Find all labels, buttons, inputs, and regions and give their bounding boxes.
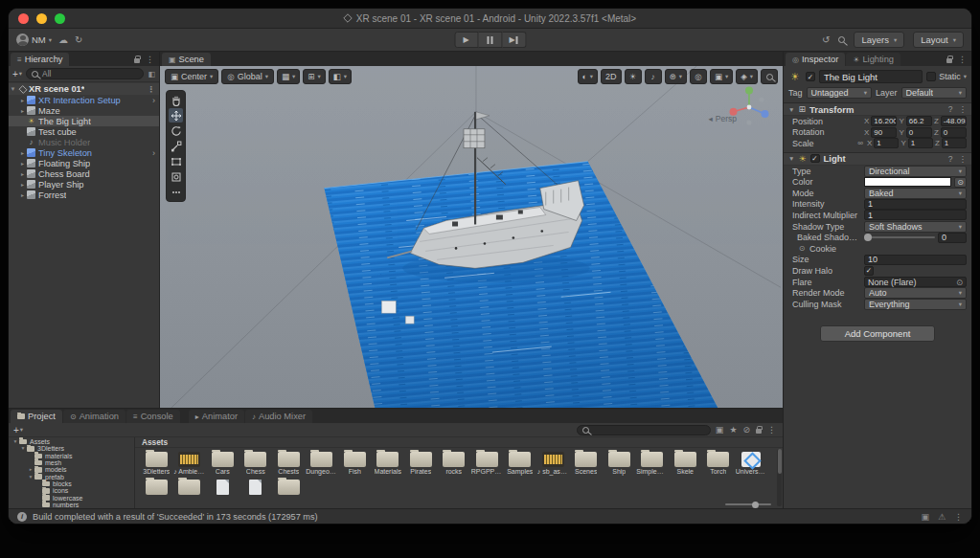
asset-item[interactable]: 3Dletters [140, 449, 173, 476]
close-window-button[interactable] [18, 13, 29, 24]
expand-arrow-icon[interactable]: ▸ [18, 191, 27, 198]
intensity-field[interactable]: 1 [864, 199, 967, 210]
asset-item[interactable]: ♪ sb_ashfl... [536, 449, 570, 476]
add-component-button[interactable]: Add Component [820, 325, 935, 342]
lock-icon[interactable] [756, 429, 762, 434]
account-dropdown[interactable]: NM ▾ [16, 33, 52, 46]
layout-dropdown[interactable]: Layout ▾ [913, 32, 964, 48]
tag-dropdown[interactable]: Untagged▾ [807, 87, 872, 99]
asset-item[interactable]: RPGPP_LT [470, 449, 504, 476]
expand-arrow-icon[interactable]: ▸ [18, 149, 27, 156]
panel-menu-icon[interactable]: ⋮ [146, 55, 154, 64]
hidden-packages-icon[interactable]: ⊘ [742, 425, 750, 435]
scrollbar-thumb[interactable] [778, 449, 782, 474]
console-warning-icon[interactable]: ⚠ [938, 512, 946, 522]
panel-menu-icon[interactable]: ⋮ [958, 55, 967, 64]
layers-dropdown[interactable]: Layers ▾ [854, 32, 904, 48]
fold-arrow-icon[interactable]: ▼ [788, 106, 794, 113]
asset-item[interactable]: Samples [504, 449, 537, 476]
light-type-dropdown[interactable]: Directional▾ [864, 166, 967, 177]
asset-item[interactable]: Torch [702, 449, 736, 476]
undo-history-icon[interactable]: ↺ [822, 34, 830, 45]
hierarchy-filter-icon[interactable]: ◧ [148, 70, 155, 78]
create-asset-button[interactable]: + ▾ [13, 425, 23, 435]
eyedropper-button[interactable]: ⊙ [954, 177, 967, 188]
position-y-field[interactable]: 66.2 [906, 116, 932, 126]
hierarchy-item-selected[interactable]: ☀ The Big Light [9, 116, 159, 126]
light-cookie-row[interactable]: ⊙ Cookie [784, 243, 971, 255]
slider-knob[interactable] [864, 234, 872, 241]
expand-arrow-icon[interactable]: ▸ [18, 107, 27, 114]
scene-menu-icon[interactable]: ⋮ [148, 84, 156, 94]
step-button[interactable]: ▶ [502, 32, 526, 48]
camera-settings-dropdown[interactable]: ▣ ▾ [710, 69, 733, 84]
tree-item[interactable]: ▼prefab [9, 474, 134, 480]
open-prefab-icon[interactable]: › [152, 148, 155, 158]
tool-handle-position-dropdown[interactable]: ▣ Center ▾ [165, 69, 218, 84]
project-search-input[interactable] [577, 425, 711, 435]
tree-item[interactable]: icons [9, 487, 134, 494]
scale-z-field[interactable]: 1 [942, 138, 967, 148]
draw-halo-checkbox[interactable]: ✓ [864, 266, 874, 276]
object-name-field[interactable]: The Big Light [819, 70, 923, 83]
asset-item[interactable]: Scenes [570, 449, 604, 476]
lock-icon[interactable] [134, 58, 140, 63]
2d-toggle[interactable]: 2D [601, 69, 622, 84]
tab-lighting[interactable]: ☀ Lighting [846, 53, 900, 66]
help-icon[interactable]: ? [948, 154, 953, 164]
tree-item[interactable]: materials [9, 453, 134, 459]
rotate-tool-button[interactable] [169, 123, 183, 138]
tree-item[interactable]: ▼3Dletters [9, 445, 134, 452]
open-prefab-icon[interactable]: › [152, 96, 155, 105]
status-menu-icon[interactable]: ⋮ [954, 512, 963, 522]
hierarchy-item[interactable]: ▸ XR Interaction Setup › [9, 95, 159, 105]
color-swatch[interactable] [864, 177, 951, 187]
progress-icon[interactable]: ▣ [921, 512, 929, 522]
hierarchy-item[interactable]: ▸ Player Ship [9, 179, 159, 190]
scale-x-field[interactable]: 1 [874, 138, 899, 148]
culling-mask-dropdown[interactable]: Everything▾ [864, 299, 967, 310]
rotation-x-field[interactable]: 90 [871, 127, 897, 138]
asset-item[interactable]: Ship [603, 449, 636, 476]
object-picker-icon[interactable]: ⊙ [797, 244, 807, 253]
tab-inspector[interactable]: ◎ Inspector [786, 53, 845, 66]
scale-tool-button[interactable] [169, 139, 183, 153]
baked-shadow-angle-slider[interactable] [864, 236, 935, 238]
expand-arrow-icon[interactable]: ▸ [18, 160, 27, 167]
snap-increment-dropdown[interactable]: ◧ ▾ [329, 69, 352, 84]
light-mode-dropdown[interactable]: Baked▾ [864, 188, 967, 199]
asset-item[interactable]: Universal... [735, 449, 768, 476]
expand-arrow-icon[interactable]: ▸ [18, 97, 27, 103]
filter-by-type-icon[interactable]: ▣ [716, 425, 724, 435]
status-bar[interactable]: i Build completed with a result of 'Succ… [9, 508, 971, 524]
position-z-field[interactable]: -48.098 [941, 116, 967, 126]
audio-toggle[interactable]: ♪ [645, 69, 662, 84]
hierarchy-item[interactable]: ▸ Floating Ship [9, 158, 159, 168]
rotation-z-field[interactable]: 0 [941, 127, 967, 138]
asset-item[interactable] [272, 477, 306, 495]
asset-item[interactable]: Materials [372, 449, 405, 476]
lighting-toggle[interactable]: ☀ [625, 69, 642, 84]
draw-mode-dropdown[interactable]: ◐ ▾ [578, 69, 598, 84]
hierarchy-item[interactable]: ♪ Music Holder [9, 137, 159, 147]
static-checkbox[interactable] [926, 72, 936, 81]
effects-dropdown[interactable]: ⊛ ▾ [665, 69, 687, 84]
hierarchy-item[interactable]: ▸ Tiny Skeleton › [9, 147, 159, 158]
cloud-services-icon[interactable]: ☁ [58, 34, 68, 45]
asset-item[interactable] [173, 477, 207, 495]
favorites-icon[interactable]: ★ [729, 425, 737, 435]
tab-animator[interactable]: ▸ Animator [189, 410, 244, 423]
tab-project[interactable]: Project [11, 410, 62, 423]
search-icon[interactable] [838, 36, 845, 43]
asset-item[interactable]: Pirates [404, 449, 438, 476]
tree-item[interactable]: lowercase [9, 494, 134, 501]
grid-visibility-dropdown[interactable]: ▦ ▾ [277, 69, 300, 84]
asset-zoom-slider[interactable] [725, 503, 771, 505]
asset-item[interactable]: ♪ Ambient... [173, 449, 207, 476]
title-bar[interactable]: XR scene 01 - XR scene 01 - Android - Un… [9, 9, 971, 29]
tab-console[interactable]: ≡ Console [126, 410, 180, 423]
component-enabled-checkbox[interactable]: ✓ [810, 154, 820, 163]
asset-grid-scrollbar[interactable] [777, 449, 782, 506]
asset-item[interactable] [206, 477, 239, 495]
asset-item[interactable]: Skele [669, 449, 702, 476]
